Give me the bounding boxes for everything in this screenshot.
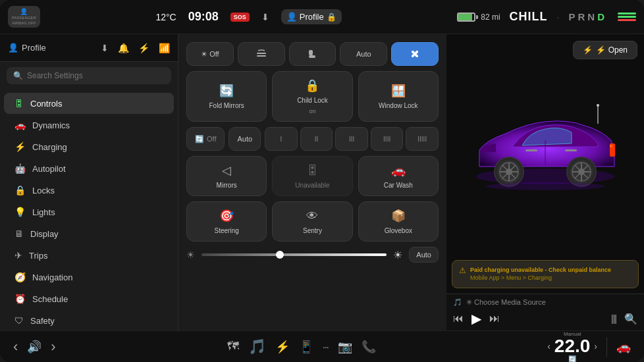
app-icon[interactable]: 📱 (299, 340, 313, 354)
back-arrow-icon[interactable]: ‹ (13, 338, 18, 355)
ac-auto-btn[interactable]: Auto (340, 42, 387, 66)
nav-item-schedule[interactable]: ⏰ Schedule (4, 288, 174, 309)
charging-warning: ⚠ Paid charging unavailable - Check unpa… (452, 260, 639, 288)
battery-rect (457, 13, 475, 22)
carwash-tile[interactable]: 🚗 Car Wash (358, 156, 439, 196)
camera-icon[interactable]: 📷 (338, 340, 352, 354)
ac-fan-btn[interactable] (391, 42, 439, 66)
open-button[interactable]: ⚡ ⚡ Open (573, 41, 637, 59)
bottom-left: ‹ 🔊 › (13, 338, 56, 355)
wiper-off-btn[interactable]: 🔄 Off (186, 127, 225, 151)
spotify-icon[interactable]: 🎵 (248, 338, 266, 355)
wiper-speed-2[interactable]: II (300, 127, 333, 151)
nav-label-trips: Trips (29, 251, 47, 261)
unavailable-icon: 🎛 (306, 164, 318, 178)
fold-mirrors-tile[interactable]: 🔄 Fold Mirrors (186, 71, 267, 122)
nav-item-locks[interactable]: 🔒 Locks (4, 180, 174, 201)
nav-item-safety[interactable]: 🛡 Safety (4, 310, 174, 330)
search-input[interactable] (27, 71, 165, 80)
nav-label-safety: Safety (30, 316, 55, 326)
nav-item-dynamics[interactable]: 🚗 Dynamics (4, 115, 174, 136)
bluetooth-bottom-icon[interactable]: ⚡ (275, 340, 290, 354)
warning-content: Paid charging unavailable - Check unpaid… (470, 266, 611, 282)
wiper-row: 🔄 Off Auto I II III IIII IIIII (186, 127, 439, 151)
sun-icon: ☀ (186, 249, 195, 260)
gear-d: D (597, 11, 604, 22)
profile-icon: 👤 (286, 12, 297, 22)
wiper-speed-3[interactable]: III (335, 127, 368, 151)
main-screen: 👤 PASSENGERAIRBAG OFF 12°C 09:08 SOS ⬇ 👤… (0, 0, 644, 362)
more-icon[interactable]: ··· (323, 342, 329, 352)
steering-icon: 🎯 (219, 209, 234, 223)
glovebox-icon: 📦 (391, 209, 406, 223)
time-display: 09:08 (188, 10, 219, 24)
top-bar-left: 👤 PASSENGERAIRBAG OFF (8, 6, 40, 27)
temperature-display: 12°C (155, 12, 176, 22)
svg-rect-0 (257, 53, 266, 54)
settings-bluetooth-icon[interactable]: ⚡ (138, 43, 149, 53)
car-mode-icon[interactable]: 🚗 (616, 340, 631, 354)
speed-decrease-btn[interactable]: ‹ (547, 341, 550, 351)
mirrors-tile[interactable]: ◁ Mirrors (186, 156, 267, 196)
nav-item-autopilot[interactable]: 🤖 Autopilot (4, 158, 174, 179)
brightness-sun-max: ☀ (393, 249, 402, 261)
brightness-slider[interactable] (201, 253, 387, 256)
wiper-speed-4[interactable]: IIII (371, 127, 404, 151)
settings-panel: 👤 Profile ⬇ 🔔 ⚡ 📶 🔍 🎛 Controls (0, 34, 178, 330)
nav-item-lights[interactable]: 💡 Lights (4, 201, 174, 222)
wiper-speed-5[interactable]: IIIII (406, 127, 439, 151)
window-lock-tile[interactable]: 🪟 Window Lock (358, 71, 439, 122)
steering-tile[interactable]: 🎯 Steering (186, 201, 267, 242)
bottom-bar: ‹ 🔊 › 🗺 🎵 ⚡ 📱 ··· 📷 📞 Manual ‹ 22.0 › 🔄 (0, 330, 644, 362)
child-lock-label: Child Lock (297, 97, 328, 104)
nav-item-charging[interactable]: ⚡ Charging (4, 136, 174, 157)
map-icon[interactable]: 🗺 (227, 340, 239, 353)
child-lock-tile[interactable]: 🔒 Child Lock on (272, 71, 352, 122)
next-button[interactable]: ⏭ (489, 313, 500, 324)
play-button[interactable]: ▶ (471, 311, 481, 326)
lights-icon: 💡 (14, 207, 26, 217)
gear-line-3 (618, 19, 636, 21)
profile-button[interactable]: 👤 Profile 🔒 (281, 9, 342, 24)
wiper-speed-1[interactable]: I (265, 127, 298, 151)
feature-tiles-row3: 🎯 Steering 👁 Sentry 📦 Glovebox (186, 201, 439, 242)
speed-increase-btn[interactable]: › (594, 341, 597, 351)
forward-arrow-icon[interactable]: › (51, 338, 55, 355)
safety-icon: 🛡 (14, 315, 24, 326)
schedule-icon: ⏰ (14, 294, 26, 304)
bottom-right: Manual ‹ 22.0 › 🔄 🚗 (547, 331, 631, 363)
ac-off-btn[interactable]: ☀ Off (186, 42, 234, 66)
wiper-auto-btn[interactable]: Auto (228, 127, 261, 151)
battery-tip (476, 15, 478, 19)
nav-item-display[interactable]: 🖥 Display (4, 223, 174, 244)
mirrors-label: Mirrors (217, 182, 237, 189)
search-media-icon[interactable]: 🔍 (624, 313, 637, 325)
settings-bell-icon[interactable]: 🔔 (118, 43, 129, 53)
sentry-tile[interactable]: 👁 Sentry (272, 201, 352, 242)
nav-label-charging: Charging (32, 142, 67, 152)
open-icon: ⚡ (583, 45, 593, 55)
ac-seat-btn[interactable] (289, 42, 336, 66)
glovebox-tile[interactable]: 📦 Glovebox (358, 201, 439, 242)
media-source-label[interactable]: ✳ Choose Media Source (466, 298, 546, 307)
svg-rect-1 (257, 55, 266, 57)
nav-item-controls[interactable]: 🎛 Controls (4, 93, 174, 114)
controls-panel: ☀ Off Auto 🔄 Fold Mirrors (178, 34, 446, 330)
gear-line-2 (618, 16, 636, 18)
equalizer-icon[interactable]: ||| (611, 313, 616, 324)
prev-button[interactable]: ⏮ (453, 313, 464, 324)
unavailable-tile[interactable]: 🎛 Unavailable (272, 156, 352, 196)
svg-rect-25 (525, 149, 537, 151)
brightness-auto-btn[interactable]: Auto (409, 247, 439, 263)
volume-icon[interactable]: 🔊 (27, 340, 41, 354)
search-bar[interactable]: 🔍 (7, 67, 171, 84)
nav-item-navigation[interactable]: 🧭 Navigation (4, 267, 174, 288)
slider-thumb[interactable] (276, 251, 284, 259)
wiper-off-icon: 🔄 (195, 135, 204, 143)
nav-item-trips[interactable]: ✈ Trips (4, 245, 174, 266)
phone-icon[interactable]: 📞 (362, 340, 376, 354)
settings-download-icon[interactable]: ⬇ (101, 43, 109, 53)
steering-label: Steering (215, 227, 239, 234)
wiper-speed-btns: I II III IIII IIIII (265, 127, 439, 151)
ac-defrost-btn[interactable] (238, 42, 285, 66)
